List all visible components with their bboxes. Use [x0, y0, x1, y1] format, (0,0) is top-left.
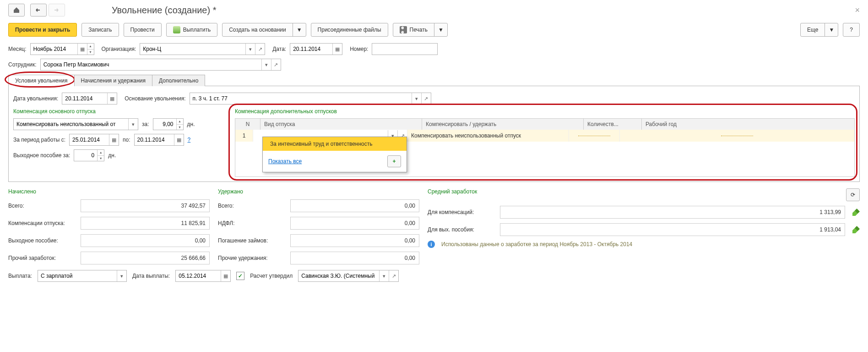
- chevron-down-icon[interactable]: ▼: [293, 23, 306, 36]
- chevron-down-icon[interactable]: ▾: [117, 270, 126, 281]
- loan-label: Погашение займов:: [218, 237, 287, 244]
- sev-label: Выходное пособие:: [8, 237, 77, 244]
- accrued-total: 37 492,57: [81, 199, 210, 212]
- chevron-down-icon[interactable]: ▾: [379, 270, 389, 281]
- calendar-icon[interactable]: ▦: [107, 93, 117, 104]
- period-from-field[interactable]: ▦: [69, 134, 119, 146]
- calendar-icon[interactable]: ▦: [332, 44, 342, 55]
- spin-down[interactable]: ▼: [98, 156, 104, 161]
- severance-label: Выходное пособие за:: [13, 152, 70, 159]
- employee-field[interactable]: ▾↗: [40, 59, 281, 71]
- calendar-icon[interactable]: ▦: [221, 270, 230, 281]
- cell-comp[interactable]: Компенсировать неиспользованный отпуск: [407, 130, 569, 142]
- print-button[interactable]: Печать▼: [393, 23, 448, 37]
- w-other-label: Прочие удержания:: [218, 255, 287, 261]
- calendar-icon[interactable]: ▦: [77, 44, 87, 55]
- calendar-icon[interactable]: ▦: [174, 134, 184, 145]
- dismissal-basis-field[interactable]: ▾↗: [190, 93, 431, 104]
- cell-year-empty[interactable]: [721, 135, 753, 136]
- org-label: Организация:: [102, 46, 136, 52]
- paydate-label: Дата выплаты:: [132, 273, 170, 279]
- pay-button[interactable]: Выплатить: [166, 23, 218, 37]
- chevron-down-icon[interactable]: ▼: [825, 23, 838, 36]
- month-field[interactable]: ▦▲▼: [30, 43, 94, 55]
- open-icon[interactable]: ↗: [421, 93, 431, 104]
- col-comp: Компенсировать / удержать: [422, 119, 584, 130]
- col-qty: Количеств...: [584, 119, 642, 130]
- cell-qty-empty[interactable]: [578, 135, 610, 136]
- post-button[interactable]: Провести: [124, 23, 162, 37]
- chevron-down-icon[interactable]: ▼: [434, 23, 447, 36]
- spin-down[interactable]: ▼: [177, 125, 183, 130]
- comp-add-title: Компенсация дополнительных отпусков: [235, 108, 855, 115]
- other-label: Прочий заработок:: [8, 255, 77, 261]
- approved-checkbox[interactable]: ✓: [236, 272, 244, 280]
- spin-up[interactable]: ▲: [98, 150, 104, 156]
- add-button[interactable]: +: [387, 155, 401, 167]
- chevron-down-icon[interactable]: ▾: [261, 59, 271, 70]
- avg-sev-label: Для вых. пособия:: [428, 226, 496, 233]
- spin-up[interactable]: ▲: [87, 44, 94, 50]
- chevron-down-icon[interactable]: ▾: [412, 93, 421, 104]
- withheld-total: 0,00: [290, 199, 419, 212]
- save-button[interactable]: Записать: [81, 23, 119, 37]
- period-help[interactable]: ?: [188, 137, 191, 143]
- dropdown-popup: За интенсивный труд и ответственность По…: [262, 137, 407, 172]
- post-and-close-button[interactable]: Провести и закрыть: [8, 23, 77, 37]
- withheld-ndfl: 0,00: [290, 217, 419, 230]
- period-to-field[interactable]: ▦: [134, 134, 184, 146]
- dismissal-basis-label: Основание увольнения:: [125, 95, 185, 102]
- create-based-button[interactable]: Создать на основании▼: [222, 23, 306, 37]
- accrued-other: 25 666,66: [81, 252, 210, 264]
- refresh-button[interactable]: ⟳: [846, 188, 860, 201]
- pencil-icon[interactable]: [852, 226, 860, 233]
- date-field[interactable]: ▦: [290, 43, 342, 55]
- home-button[interactable]: [8, 4, 25, 16]
- dismissal-date-field[interactable]: ▦: [62, 93, 117, 104]
- withheld-loan: 0,00: [290, 234, 419, 247]
- month-label: Месяц:: [8, 46, 27, 52]
- more-button[interactable]: Еще▼: [800, 23, 838, 37]
- comp-type-field[interactable]: ▾: [13, 118, 138, 130]
- comp-main-title: Компенсация основного отпуска: [13, 108, 224, 115]
- org-field[interactable]: ▾↗: [140, 43, 265, 55]
- comp-label: Компенсации отпуска:: [8, 220, 77, 226]
- ndfl-label: НДФЛ:: [218, 220, 287, 226]
- paydate-field[interactable]: ▦: [175, 270, 231, 282]
- calendar-icon[interactable]: ▦: [109, 134, 119, 145]
- open-icon[interactable]: ↗: [271, 59, 281, 70]
- avg-title: Средний заработок: [428, 188, 477, 201]
- spin-down[interactable]: ▼: [87, 50, 94, 55]
- approver-field[interactable]: ▾↗: [298, 270, 399, 282]
- info-icon: i: [428, 241, 435, 248]
- pencil-icon[interactable]: [852, 209, 860, 216]
- open-icon[interactable]: ↗: [389, 270, 398, 281]
- days-field[interactable]: ▲▼: [153, 118, 184, 130]
- back-button[interactable]: [30, 4, 47, 16]
- open-icon[interactable]: ↗: [255, 44, 265, 55]
- number-label: Номер:: [350, 46, 368, 52]
- number-field[interactable]: [372, 43, 438, 55]
- payout-field[interactable]: ▾: [38, 270, 127, 282]
- page-title: Увольнение (создание) *: [112, 5, 216, 16]
- spin-up[interactable]: ▲: [177, 119, 183, 125]
- to-label: по:: [123, 137, 130, 143]
- for-label: за:: [142, 121, 149, 127]
- tab-additional[interactable]: Дополнительно: [152, 75, 205, 86]
- attachments-button[interactable]: Присоединенные файлы: [311, 23, 388, 37]
- avg-comp-label: Для компенсаций:: [428, 209, 496, 215]
- help-button[interactable]: ?: [843, 23, 860, 37]
- cell-n: 1: [235, 130, 253, 142]
- accrued-title: Начислено: [8, 188, 210, 195]
- chevron-down-icon[interactable]: ▾: [245, 44, 255, 55]
- all-label: Всего:: [8, 203, 77, 209]
- avg-sev: 1 913,04: [500, 223, 845, 236]
- chevron-down-icon[interactable]: ▾: [128, 119, 138, 130]
- col-type: Вид отпуска: [260, 119, 422, 130]
- tab-accruals[interactable]: Начисления и удержания: [74, 75, 152, 86]
- show-all-link[interactable]: Показать все: [268, 158, 302, 165]
- dropdown-option[interactable]: За интенсивный труд и ответственность: [263, 137, 407, 151]
- close-icon[interactable]: ×: [855, 6, 860, 15]
- severance-days-field[interactable]: ▲▼: [74, 149, 104, 161]
- tab-dismissal[interactable]: Условия увольнения: [8, 75, 75, 86]
